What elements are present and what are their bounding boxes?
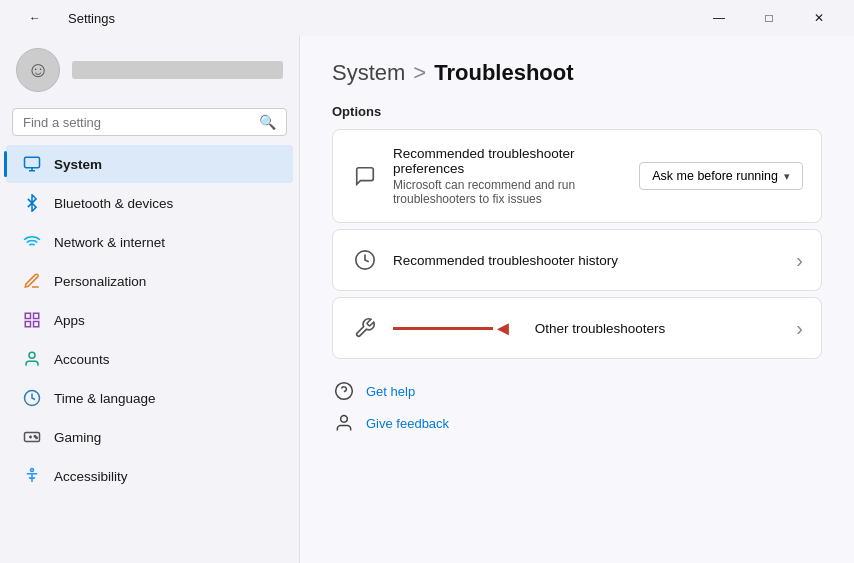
give-feedback-icon [332, 411, 356, 435]
sidebar-item-gaming[interactable]: Gaming [6, 418, 293, 456]
footer-link-give-feedback[interactable]: Give feedback [332, 411, 822, 435]
card-title-recommended-prefs: Recommended troubleshooter preferences [393, 146, 625, 176]
sidebar-item-accounts[interactable]: Accounts [6, 340, 293, 378]
svg-rect-5 [34, 322, 39, 327]
sidebar-item-system[interactable]: System [6, 145, 293, 183]
card-row-recommended-prefs[interactable]: Recommended troubleshooter preferencesMi… [333, 130, 821, 222]
footer-link-get-help[interactable]: Get help [332, 379, 822, 403]
bluetooth-icon [22, 193, 42, 213]
svg-rect-6 [25, 322, 30, 327]
sidebar-item-label-gaming: Gaming [54, 430, 101, 445]
app-title: Settings [68, 11, 115, 26]
card-text-recommended-history: Recommended troubleshooter history [393, 253, 782, 268]
navigate-arrow-icon: › [796, 317, 803, 340]
svg-point-18 [341, 416, 348, 423]
breadcrumb-parent: System [332, 60, 405, 86]
chevron-down-icon: ▾ [784, 170, 790, 183]
nav-list: SystemBluetooth & devicesNetwork & inter… [0, 144, 299, 496]
card-title-other-troubleshooters: Other troubleshooters [535, 321, 783, 336]
system-icon [22, 154, 42, 174]
main-panel: System > Troubleshoot Options Recommende… [300, 36, 854, 563]
card-icon-recommended-history [351, 246, 379, 274]
app-body: ☺ 🔍 SystemBluetooth & devicesNetwork & i… [0, 36, 854, 563]
dropdown-label: Ask me before running [652, 169, 778, 183]
card-row-recommended-history[interactable]: Recommended troubleshooter history› [333, 230, 821, 290]
card-text-recommended-prefs: Recommended troubleshooter preferencesMi… [393, 146, 625, 206]
svg-point-14 [31, 469, 34, 472]
card-icon-recommended-prefs [351, 162, 379, 190]
window-controls: — □ ✕ [696, 2, 842, 34]
sidebar-item-network[interactable]: Network & internet [6, 223, 293, 261]
breadcrumb: System > Troubleshoot [332, 60, 822, 86]
breadcrumb-sep: > [413, 60, 426, 86]
sidebar-item-label-apps: Apps [54, 313, 85, 328]
accessibility-icon [22, 466, 42, 486]
sidebar-item-personalization[interactable]: Personalization [6, 262, 293, 300]
red-arrowhead: ◄ [493, 318, 513, 338]
search-box[interactable]: 🔍 [12, 108, 287, 136]
sidebar-item-label-time: Time & language [54, 391, 156, 406]
footer-link-label-get-help[interactable]: Get help [366, 384, 415, 399]
svg-point-16 [336, 383, 353, 400]
personalization-icon [22, 271, 42, 291]
cards-container: Recommended troubleshooter preferencesMi… [332, 129, 822, 359]
card-title-recommended-history: Recommended troubleshooter history [393, 253, 782, 268]
sidebar-item-time[interactable]: Time & language [6, 379, 293, 417]
titlebar-left: ← Settings [12, 2, 115, 34]
profile-name-bar [72, 61, 283, 79]
red-arrow-annotation: ◄ [393, 318, 513, 338]
back-button[interactable]: ← [12, 2, 58, 34]
time-icon [22, 388, 42, 408]
card-recommended-prefs[interactable]: Recommended troubleshooter preferencesMi… [332, 129, 822, 223]
card-icon-other-troubleshooters [351, 314, 379, 342]
search-icon: 🔍 [259, 114, 276, 130]
get-help-icon [332, 379, 356, 403]
svg-rect-3 [25, 313, 30, 318]
maximize-button[interactable]: □ [746, 2, 792, 34]
profile-area: ☺ [0, 36, 299, 104]
sidebar-item-label-accounts: Accounts [54, 352, 110, 367]
svg-point-7 [29, 352, 35, 358]
minimize-button[interactable]: — [696, 2, 742, 34]
svg-rect-4 [34, 313, 39, 318]
titlebar: ← Settings — □ ✕ [0, 0, 854, 36]
footer-link-label-give-feedback[interactable]: Give feedback [366, 416, 449, 431]
footer-links: Get helpGive feedback [332, 379, 822, 435]
troubleshooter-preference-dropdown[interactable]: Ask me before running▾ [639, 162, 803, 190]
card-other-troubleshooters[interactable]: ◄Other troubleshooters› [332, 297, 822, 359]
section-title: Options [332, 104, 822, 119]
search-input[interactable] [23, 115, 251, 130]
card-recommended-history[interactable]: Recommended troubleshooter history› [332, 229, 822, 291]
sidebar-item-accessibility[interactable]: Accessibility [6, 457, 293, 495]
sidebar-item-label-system: System [54, 157, 102, 172]
sidebar-item-apps[interactable]: Apps [6, 301, 293, 339]
card-text-other-troubleshooters: Other troubleshooters [535, 321, 783, 336]
sidebar-item-label-accessibility: Accessibility [54, 469, 128, 484]
accounts-icon [22, 349, 42, 369]
svg-rect-0 [25, 157, 40, 168]
sidebar-item-label-network: Network & internet [54, 235, 165, 250]
apps-icon [22, 310, 42, 330]
svg-point-13 [36, 437, 38, 439]
card-row-other-troubleshooters[interactable]: ◄Other troubleshooters› [333, 298, 821, 358]
user-icon: ☺ [27, 57, 49, 83]
sidebar-item-label-personalization: Personalization [54, 274, 146, 289]
avatar: ☺ [16, 48, 60, 92]
navigate-arrow-icon: › [796, 249, 803, 272]
close-button[interactable]: ✕ [796, 2, 842, 34]
network-icon [22, 232, 42, 252]
sidebar-item-bluetooth[interactable]: Bluetooth & devices [6, 184, 293, 222]
gaming-icon [22, 427, 42, 447]
breadcrumb-current: Troubleshoot [434, 60, 573, 86]
sidebar-item-label-bluetooth: Bluetooth & devices [54, 196, 173, 211]
sidebar: ☺ 🔍 SystemBluetooth & devicesNetwork & i… [0, 36, 300, 563]
red-arrow-line [393, 327, 493, 330]
card-subtitle-recommended-prefs: Microsoft can recommend and run troubles… [393, 178, 625, 206]
